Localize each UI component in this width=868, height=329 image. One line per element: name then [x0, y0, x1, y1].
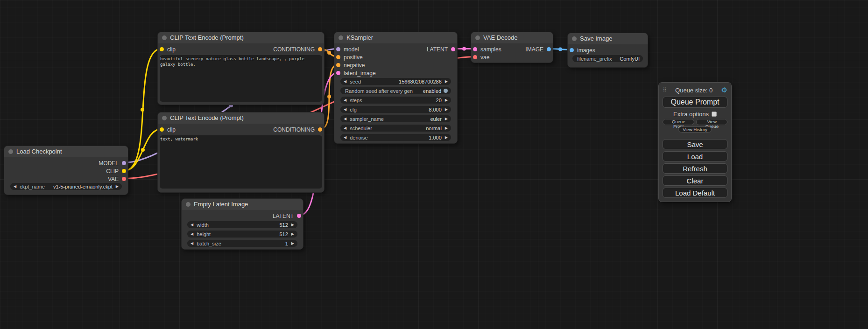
output-slot-model[interactable] [122, 161, 126, 165]
node-vae-decode[interactable]: VAE Decode samples IMAGE vae [471, 32, 553, 63]
collapse-dot-icon[interactable] [8, 149, 13, 154]
save-button[interactable]: Save [663, 139, 727, 149]
view-history-button[interactable]: View History [678, 126, 712, 133]
refresh-button[interactable]: Refresh [663, 163, 727, 174]
load-default-button[interactable]: Load Default [663, 188, 727, 198]
output-slot-latent[interactable] [297, 214, 301, 218]
arrow-right-icon[interactable]: ▶ [291, 231, 294, 238]
input-label-latent-image: latent_image [344, 70, 376, 77]
output-row-model: MODEL [4, 159, 128, 167]
collapse-dot-icon[interactable] [475, 35, 480, 40]
collapse-dot-icon[interactable] [186, 202, 191, 207]
widget-filename-prefix[interactable]: filename_prefix ComfyUI [572, 55, 643, 62]
arrow-right-icon[interactable]: ▶ [291, 240, 294, 247]
node-title-bar[interactable]: CLIP Text Encode (Prompt) [158, 32, 324, 43]
input-label-clip: clip [167, 46, 176, 53]
output-slot-clip[interactable] [122, 169, 126, 173]
output-slot-vae[interactable] [122, 177, 126, 181]
arrow-left-icon[interactable]: ◀ [344, 106, 346, 113]
node-title-bar[interactable]: Save Image [568, 33, 648, 44]
node-title: VAE Decode [483, 34, 517, 41]
extra-options-checkbox[interactable] [712, 112, 717, 117]
node-save-image[interactable]: Save Image images filename_prefix ComfyU… [567, 33, 648, 68]
arrow-right-icon[interactable]: ▶ [445, 106, 448, 113]
input-slot-clip[interactable] [160, 47, 164, 51]
input-slot-images[interactable] [570, 48, 574, 52]
arrow-left-icon[interactable]: ◀ [14, 183, 16, 190]
negative-prompt-textarea[interactable]: text, watermark [160, 135, 322, 189]
node-load-checkpoint[interactable]: Load Checkpoint MODEL CLIP VAE ◀ ckpt_na… [4, 146, 128, 195]
widget-height[interactable]: ◀ height 512 ▶ [187, 231, 297, 238]
output-slot-image[interactable] [547, 47, 551, 51]
widget-cfg[interactable]: ◀ cfg 8.000 ▶ [340, 106, 451, 113]
arrow-left-icon[interactable]: ◀ [344, 115, 346, 122]
arrow-right-icon[interactable]: ▶ [445, 134, 448, 141]
node-title-bar[interactable]: CLIP Text Encode (Prompt) [158, 112, 324, 124]
arrow-right-icon[interactable]: ▶ [445, 115, 448, 122]
input-label-positive: positive [344, 54, 363, 61]
input-slot-samples[interactable] [473, 47, 477, 51]
widget-batch-size[interactable]: ◀ batch_size 1 ▶ [187, 240, 297, 247]
slot-row: clip CONDITIONING [158, 45, 324, 53]
widget-scheduler[interactable]: ◀ scheduler normal ▶ [340, 125, 451, 132]
arrow-left-icon[interactable]: ◀ [191, 231, 193, 238]
input-slot-positive[interactable] [336, 55, 340, 59]
widget-seed[interactable]: ◀ seed 156680208700286 ▶ [340, 78, 451, 85]
arrow-right-icon[interactable]: ▶ [445, 78, 448, 85]
widget-value: 20 [436, 98, 442, 103]
widget-ckpt-name[interactable]: ◀ ckpt_name v1-5-pruned-emaonly.ckpt ▶ [10, 183, 122, 190]
wire-image-middot [558, 48, 562, 51]
widget-random-seed-toggle[interactable]: Random seed after every gen enabled [340, 87, 451, 94]
arrow-left-icon[interactable]: ◀ [191, 221, 193, 228]
node-title-bar[interactable]: VAE Decode [471, 32, 553, 43]
arrow-right-icon[interactable]: ▶ [116, 183, 119, 190]
node-clip-text-encode-positive[interactable]: CLIP Text Encode (Prompt) clip CONDITION… [157, 32, 325, 105]
node-title-bar[interactable]: Load Checkpoint [4, 146, 128, 157]
arrow-left-icon[interactable]: ◀ [344, 134, 346, 141]
collapse-dot-icon[interactable] [162, 116, 167, 120]
output-label-clip: CLIP [106, 168, 119, 175]
view-queue-button[interactable]: View Queue [696, 119, 727, 125]
input-slot-vae[interactable] [473, 55, 477, 59]
node-graph-canvas[interactable]: { "colors": { "model": "#B39DDB", "clip"… [0, 0, 868, 329]
queue-prompt-button[interactable]: Queue Prompt [663, 97, 727, 108]
output-slot-conditioning[interactable] [318, 127, 322, 132]
output-slot-conditioning[interactable] [318, 47, 322, 51]
output-label-image: IMAGE [525, 46, 543, 53]
load-button[interactable]: Load [663, 151, 727, 161]
queue-front-button[interactable]: Queue Front [663, 119, 694, 125]
arrow-left-icon[interactable]: ◀ [344, 97, 346, 104]
collapse-dot-icon[interactable] [572, 36, 577, 41]
output-slot-latent[interactable] [451, 47, 455, 51]
node-clip-text-encode-negative[interactable]: CLIP Text Encode (Prompt) clip CONDITION… [157, 112, 325, 193]
widget-sampler-name[interactable]: ◀ sampler_name euler ▶ [340, 115, 451, 122]
node-title-bar[interactable]: KSampler [334, 32, 457, 43]
input-label-negative: negative [344, 62, 365, 69]
collapse-dot-icon[interactable] [162, 35, 167, 40]
gear-icon[interactable]: ⚙ [721, 86, 727, 94]
arrow-left-icon[interactable]: ◀ [191, 240, 193, 247]
input-slot-model[interactable] [336, 47, 340, 51]
widget-steps[interactable]: ◀ steps 20 ▶ [340, 97, 451, 104]
toggle-knob-icon[interactable] [444, 89, 448, 93]
drag-handle-icon[interactable]: ⠿ [663, 87, 667, 93]
node-ksampler[interactable]: KSampler model LATENT positive negative … [334, 32, 458, 144]
slot-row-latent-image: latent_image [334, 69, 457, 77]
node-empty-latent-image[interactable]: Empty Latent Image LATENT ◀ width 512 ▶ … [181, 198, 303, 250]
collapse-dot-icon[interactable] [339, 35, 343, 40]
positive-prompt-textarea[interactable]: beautiful scenery nature glass bottle la… [160, 55, 322, 102]
arrow-right-icon[interactable]: ▶ [291, 221, 294, 228]
input-slot-latent-image[interactable] [336, 71, 340, 75]
arrow-left-icon[interactable]: ◀ [344, 78, 346, 85]
node-title: Empty Latent Image [194, 201, 248, 208]
input-slot-negative[interactable] [336, 63, 340, 67]
widget-denoise[interactable]: ◀ denoise 1.000 ▶ [340, 134, 451, 141]
arrow-right-icon[interactable]: ▶ [445, 97, 448, 104]
node-title-bar[interactable]: Empty Latent Image [182, 199, 303, 210]
input-slot-clip[interactable] [160, 127, 164, 132]
arrow-right-icon[interactable]: ▶ [445, 125, 448, 132]
arrow-left-icon[interactable]: ◀ [344, 125, 346, 132]
widget-width[interactable]: ◀ width 512 ▶ [187, 221, 297, 228]
output-label-latent: LATENT [273, 213, 294, 219]
clear-button[interactable]: Clear [663, 175, 727, 186]
